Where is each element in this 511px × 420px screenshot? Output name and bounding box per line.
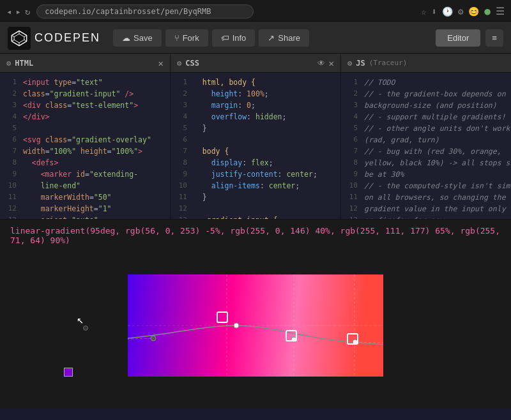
browser-actions: ☆ ⬇ 🕐 ⚙ 😊 ● ☰ [421,5,505,17]
code-line: 8 <defs> [0,157,170,169]
code-line: 5 } [171,123,340,134]
code-line: 3<div class="test-element"> [0,100,170,111]
html-code-area[interactable]: 1<input type="text" 2class="gradient-inp… [0,73,170,219]
code-line: 2 height: 100%; [171,88,340,100]
editor-tab-button[interactable]: Editor [436,29,480,47]
css-eye-icon[interactable]: 👁 [317,59,325,68]
info-button[interactable]: 🏷 Info [212,29,256,47]
code-line: 4 overflow: hidden; [171,111,340,123]
save-button[interactable]: ☁ Save [113,29,162,47]
css-panel-actions: 👁 ✕ [317,58,334,68]
browser-top-bar: ◂ ▸ ↻ codepen.io/captainbrosset/pen/ByqR… [0,0,511,23]
code-line: 10// - the computed-style isn't simi... [341,180,511,191]
js-lang-label: JS [356,59,365,68]
code-line: 7 body { [171,146,340,157]
code-panels: ⚙ HTML ✕ 1<input type="text" 2class="gra… [0,54,511,220]
js-gear-icon[interactable]: ⚙ [347,59,352,68]
html-panel-header: ⚙ HTML ✕ [0,54,170,73]
code-line: 5 [0,123,170,134]
editor-tab-area: Editor ≡ [436,29,503,47]
logo-icon [8,27,31,50]
code-line: 5// - other angle units don't work [341,123,511,134]
share-button[interactable]: ↗ Share [259,29,309,47]
logo-text: CODEPEN [34,31,100,45]
code-line: 3background-size (and position) [341,100,511,111]
js-panel-title: ⚙ JS (Traceur) [347,59,407,68]
code-line: 9 <marker id="extending- [0,169,170,180]
user-icon[interactable]: 😊 [468,6,479,17]
code-line: 9 justify-content: center; [171,169,340,180]
svg-marker-1 [14,34,24,43]
js-subtitle: (Traceur) [369,59,408,67]
gradient-workspace: ↖ [64,255,447,396]
code-line: 11 } [171,191,340,203]
code-line: 4</div> [0,111,170,123]
code-line: 12 markerHeight="1" [0,203,170,214]
cursor-arrow-icon: ↖ [77,313,84,326]
codepen-svg-logo [10,29,28,47]
gradient-rect [128,274,383,377]
gradient-canvas[interactable]: ↖ [0,249,511,409]
css-panel: ⚙ CSS 👁 ✕ 1 html, body { 2 height: 100%;… [171,54,341,219]
nav-icons: ◂ ▸ ↻ [6,6,30,17]
profile-icon[interactable]: ● [484,5,491,17]
info-icon: 🏷 [221,33,229,43]
code-line: 2// - the gradient-box depends on [341,88,511,100]
html-gear-icon[interactable]: ⚙ [6,59,11,68]
html-panel: ⚙ HTML ✕ 1<input type="text" 2class="gra… [0,54,171,219]
code-line: 8yellow, black 10%) -> all stops sho... [341,157,511,169]
share-icon: ↗ [268,33,275,43]
code-line: 4// - support multiple gradients! [341,111,511,123]
codepen-logo: CODEPEN [8,27,100,50]
html-close-icon[interactable]: ✕ [158,58,164,68]
js-code-area[interactable]: 1// TODO 2// - the gradient-box depends … [341,73,511,219]
css-panel-title: ⚙ CSS [177,59,199,68]
codepen-toolbar: CODEPEN ☁ Save ⑂ Fork 🏷 Info ↗ Share Edi… [0,23,511,54]
html-panel-actions: ✕ [158,58,164,68]
html-panel-title: ⚙ HTML [6,59,33,68]
css-gear-icon[interactable]: ⚙ [177,59,181,68]
code-line: 11 markerWidth="50" [0,191,170,203]
code-line: 1<input type="text" [0,77,170,88]
code-line: 12 [171,203,340,214]
gradient-label: linear-gradient(95deg, rgb(56, 0, 253) -… [0,220,511,249]
history-icon[interactable]: 🕐 [442,6,453,17]
code-line: 10 align-items: center; [171,180,340,191]
fork-icon: ⑂ [174,33,179,43]
code-line: 6 [171,134,340,146]
code-line: 3 margin: 0; [171,100,340,111]
code-line: 7// - bug with (red 30%, orange, [341,146,511,157]
css-close-icon[interactable]: ✕ [329,58,334,68]
download-icon[interactable]: ⬇ [431,6,436,17]
js-panel-header: ⚙ JS (Traceur) [341,54,511,73]
code-line: 8 display: flex; [171,157,340,169]
gradient-area: linear-gradient(95deg, rgb(56, 0, 253) -… [0,220,511,409]
color-stop-indicator[interactable] [64,368,73,377]
code-line: 12gradient value in the input only wo... [341,203,511,214]
code-line: 6(rad, grad, turn) [341,134,511,146]
js-panel: ⚙ JS (Traceur) 1// TODO 2// - the gradie… [341,54,511,219]
nav-forward-icon[interactable]: ▸ [15,6,20,17]
url-bar[interactable]: codepen.io/captainbrosset/pen/ByqRMB [36,4,254,19]
fork-button[interactable]: ⑂ Fork [165,29,208,47]
gradient-stop-handle-3[interactable] [347,333,358,345]
gradient-preview[interactable] [128,274,383,377]
css-code-area[interactable]: 1 html, body { 2 height: 100%; 3 margin:… [171,73,340,219]
bookmark-icon[interactable]: ☆ [421,6,426,17]
nav-back-icon[interactable]: ◂ [6,6,11,17]
nav-refresh-icon[interactable]: ↻ [25,6,30,17]
code-line: 10 line-end" [0,180,170,191]
code-line: 9be at 30% [341,169,511,180]
gradient-stop-handle-2[interactable] [286,330,297,341]
settings-icon[interactable]: ⚙ [458,6,463,17]
code-line: 7width="100%" height="100%"> [0,146,170,157]
code-line: 1// TODO [341,77,511,88]
menu-icon[interactable]: ☰ [496,5,505,17]
code-line: 11on all browsers, so changing the [341,191,511,203]
code-line: 13 orient="auto" [0,214,170,219]
editor-menu-button[interactable]: ≡ [485,29,503,47]
gradient-stop-handle-1[interactable] [217,311,228,323]
css-panel-header: ⚙ CSS 👁 ✕ [171,54,340,73]
html-lang-label: HTML [15,59,33,68]
css-lang-label: CSS [185,59,199,68]
